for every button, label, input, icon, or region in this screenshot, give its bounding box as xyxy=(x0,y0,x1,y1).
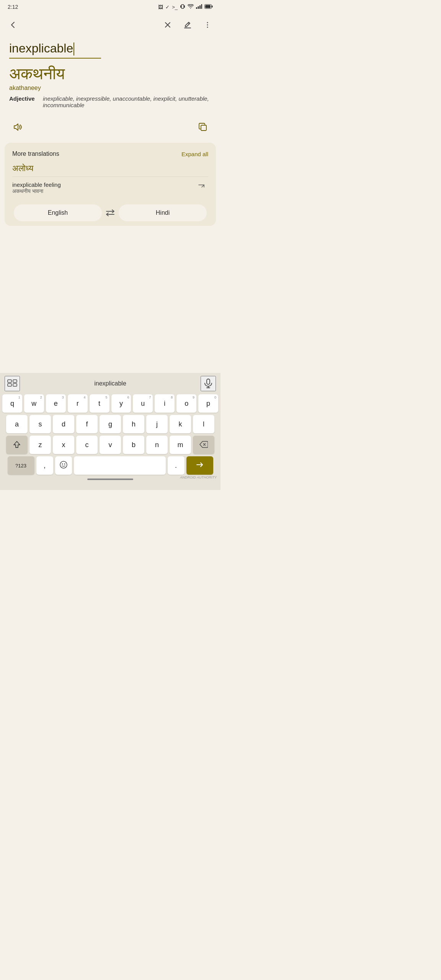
language-switch-icon[interactable] xyxy=(102,204,119,221)
status-bar: 2:12 🖼 ✓ >_ xyxy=(0,0,220,14)
space-key[interactable] xyxy=(74,456,166,475)
key-c[interactable]: c xyxy=(76,436,98,454)
alt-hindi-text: अलोध्य xyxy=(12,163,208,173)
key-t[interactable]: t5 xyxy=(90,394,109,413)
key-x[interactable]: x xyxy=(53,436,74,454)
key-r[interactable]: r4 xyxy=(68,394,88,413)
keyboard: inexplicable q1 w2 e3 r4 t5 y6 u7 i8 o9 xyxy=(0,373,220,490)
key-z[interactable]: z xyxy=(29,436,51,454)
more-translations-title: More translations xyxy=(12,150,59,157)
emoji-key[interactable] xyxy=(55,456,72,475)
check-icon: ✓ xyxy=(165,4,170,10)
lang-switch-row: English Hindi xyxy=(12,204,208,226)
more-icon xyxy=(203,21,212,31)
key-q[interactable]: q1 xyxy=(2,394,22,413)
key-l[interactable]: l xyxy=(193,415,214,433)
svg-point-21 xyxy=(60,461,67,468)
enter-key[interactable] xyxy=(186,456,213,475)
key-b[interactable]: b xyxy=(123,436,144,454)
key-a[interactable]: a xyxy=(6,415,28,433)
key-f[interactable]: f xyxy=(76,415,98,433)
close-icon xyxy=(164,21,172,31)
back-icon xyxy=(9,21,17,31)
svg-rect-9 xyxy=(205,5,211,8)
svg-rect-13 xyxy=(201,125,206,131)
svg-rect-17 xyxy=(13,384,17,386)
signal-icon xyxy=(196,4,202,10)
key-u[interactable]: u7 xyxy=(133,394,153,413)
svg-point-12 xyxy=(207,27,208,28)
keyboard-layout-button[interactable] xyxy=(5,376,20,391)
svg-rect-18 xyxy=(207,379,210,384)
svg-rect-2 xyxy=(184,5,185,8)
keyboard-input-display: inexplicable xyxy=(20,380,201,387)
more-translations-card: More translations Expand all अलोध्य inex… xyxy=(5,143,216,226)
keyboard-row-2: a s d f g h j k l xyxy=(2,415,218,433)
key-v[interactable]: v xyxy=(100,436,121,454)
battery-icon xyxy=(204,4,213,10)
phrase-arrow-icon xyxy=(198,184,205,193)
svg-rect-14 xyxy=(8,380,11,382)
photo-icon: 🖼 xyxy=(158,4,163,10)
keyboard-mic-button[interactable] xyxy=(201,376,216,391)
search-input-text[interactable]: inexplicable xyxy=(9,41,101,59)
symbols-key[interactable]: ?123 xyxy=(8,456,34,475)
comma-key[interactable]: , xyxy=(36,456,53,475)
close-button[interactable] xyxy=(159,18,176,34)
keyboard-layout-icon xyxy=(7,377,18,390)
target-language-button[interactable]: Hindi xyxy=(119,204,207,221)
key-j[interactable]: j xyxy=(146,415,168,433)
svg-point-10 xyxy=(207,22,208,23)
expand-all-button[interactable]: Expand all xyxy=(181,151,208,157)
terminal-icon: >_ xyxy=(172,4,178,10)
romanized-text: akathaneey xyxy=(9,85,211,91)
key-k[interactable]: k xyxy=(170,415,191,433)
svg-point-11 xyxy=(207,24,208,26)
key-p[interactable]: p0 xyxy=(198,394,218,413)
copy-icon xyxy=(198,122,208,135)
key-s[interactable]: s xyxy=(29,415,51,433)
speaker-icon xyxy=(12,122,23,135)
phrase-content: inexplicable feeling अकथनीय भावना xyxy=(12,181,61,194)
annotate-icon xyxy=(183,21,192,31)
backspace-key[interactable] xyxy=(193,436,214,454)
key-w[interactable]: w2 xyxy=(24,394,44,413)
key-y[interactable]: y6 xyxy=(111,394,131,413)
watermark: ANDROID AUTHORITY xyxy=(180,475,217,479)
source-language-button[interactable]: English xyxy=(14,204,102,221)
key-n[interactable]: n xyxy=(146,436,168,454)
key-d[interactable]: d xyxy=(53,415,74,433)
svg-rect-5 xyxy=(199,5,201,9)
key-e[interactable]: e3 xyxy=(46,394,66,413)
shift-key[interactable] xyxy=(6,436,28,454)
back-button[interactable] xyxy=(5,18,21,34)
hindi-translation: अकथनीय xyxy=(9,65,211,83)
word-type-row: Adjective inexplicable, inexpressible, u… xyxy=(9,95,211,108)
period-key[interactable]: . xyxy=(168,456,185,475)
word-type-label: Adjective xyxy=(9,95,40,102)
phrase-open-button[interactable] xyxy=(194,181,208,195)
key-g[interactable]: g xyxy=(100,415,121,433)
key-m[interactable]: m xyxy=(170,436,191,454)
keyboard-row-4: ?123 , . xyxy=(2,456,218,475)
synonyms-text: inexplicable, inexpressible, unaccountab… xyxy=(43,95,211,108)
top-nav xyxy=(0,14,220,38)
translation-area: अकथनीय akathaneey Adjective inexplicable… xyxy=(0,59,220,116)
copy-button[interactable] xyxy=(194,120,211,137)
speaker-button[interactable] xyxy=(9,120,26,137)
key-h[interactable]: h xyxy=(123,415,144,433)
more-button[interactable] xyxy=(199,18,216,34)
key-o[interactable]: o9 xyxy=(176,394,196,413)
svg-rect-15 xyxy=(8,384,11,386)
enter-icon xyxy=(196,461,204,470)
annotate-button[interactable] xyxy=(179,18,196,34)
emoji-icon xyxy=(59,461,68,471)
status-time: 2:12 xyxy=(8,4,18,10)
svg-rect-4 xyxy=(198,6,199,9)
keyboard-row-1: q1 w2 e3 r4 t5 y6 u7 i8 o9 p0 xyxy=(2,394,218,413)
text-cursor xyxy=(74,42,74,56)
svg-rect-16 xyxy=(13,380,17,382)
key-i[interactable]: i8 xyxy=(155,394,175,413)
action-row xyxy=(0,116,220,143)
svg-rect-3 xyxy=(196,7,197,9)
